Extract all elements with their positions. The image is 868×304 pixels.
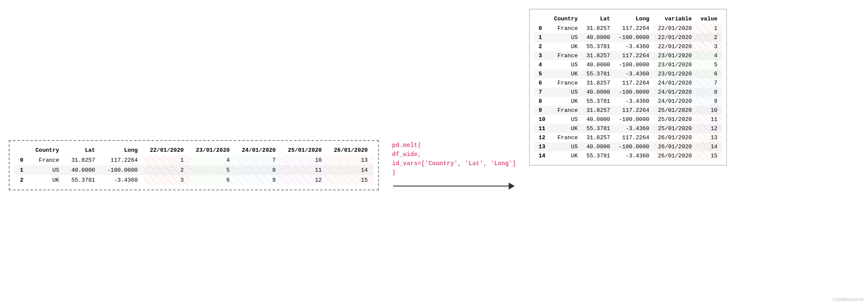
right-value: 1 bbox=[696, 24, 722, 33]
right-lat: 40.0000 bbox=[582, 88, 615, 97]
right-lat: 31.8257 bbox=[582, 78, 615, 88]
right-table-wrapper: Country Lat Long variable value 0 France… bbox=[529, 9, 727, 166]
left-col-d2: 23/01/2020 bbox=[190, 145, 236, 155]
right-lat: 31.8257 bbox=[582, 24, 615, 33]
right-idx: 3 bbox=[534, 51, 550, 60]
right-country: UK bbox=[550, 69, 582, 78]
right-idx: 13 bbox=[534, 142, 550, 151]
main-container: Country Lat Long 22/01/2020 23/01/2020 2… bbox=[0, 0, 868, 304]
right-country: US bbox=[550, 142, 582, 151]
right-long: -100.0000 bbox=[615, 142, 654, 151]
right-long: -100.0000 bbox=[615, 33, 654, 42]
right-idx: 10 bbox=[534, 115, 550, 124]
right-table-row: 12 France 31.8257 117.2264 26/01/2020 13 bbox=[534, 133, 722, 142]
right-lat: 40.0000 bbox=[582, 60, 615, 69]
right-country: US bbox=[550, 60, 582, 69]
right-idx: 4 bbox=[534, 60, 550, 69]
right-table-row: 4 US 40.0000 -100.0000 23/01/2020 5 bbox=[534, 60, 722, 69]
right-value: 12 bbox=[696, 124, 722, 133]
right-long: 117.2264 bbox=[615, 24, 654, 33]
left-long: -100.0000 bbox=[101, 165, 144, 175]
right-col-idx bbox=[534, 14, 550, 24]
right-col-long: Long bbox=[615, 14, 654, 24]
right-country: France bbox=[550, 133, 582, 142]
right-country: UK bbox=[550, 42, 582, 51]
left-d4: 11 bbox=[282, 165, 328, 175]
right-lat: 40.0000 bbox=[582, 142, 615, 151]
right-table-row: 14 UK 55.3781 -3.4360 26/01/2020 15 bbox=[534, 151, 722, 160]
right-value: 15 bbox=[696, 151, 722, 160]
right-variable: 22/01/2020 bbox=[654, 42, 696, 51]
right-table: Country Lat Long variable value 0 France… bbox=[534, 14, 722, 160]
right-value: 3 bbox=[696, 42, 722, 51]
left-d2: 5 bbox=[190, 165, 236, 175]
right-lat: 31.8257 bbox=[582, 106, 615, 115]
left-d1: 1 bbox=[144, 155, 190, 165]
right-value: 7 bbox=[696, 78, 722, 88]
right-table-row: 9 France 31.8257 117.2264 25/01/2020 10 bbox=[534, 106, 722, 115]
left-lat: 40.0000 bbox=[65, 165, 101, 175]
left-col-d1: 22/01/2020 bbox=[144, 145, 190, 155]
right-lat: 40.0000 bbox=[582, 115, 615, 124]
left-col-lat: Lat bbox=[65, 145, 101, 155]
right-long: -100.0000 bbox=[615, 88, 654, 97]
right-country: US bbox=[550, 33, 582, 42]
right-country: US bbox=[550, 115, 582, 124]
right-long: 117.2264 bbox=[615, 106, 654, 115]
right-variable: 22/01/2020 bbox=[654, 24, 696, 33]
right-lat: 55.3781 bbox=[582, 124, 615, 133]
right-table-row: 13 US 40.0000 -100.0000 26/01/2020 14 bbox=[534, 142, 722, 151]
left-d2: 4 bbox=[190, 155, 236, 165]
left-country: UK bbox=[30, 175, 66, 185]
right-long: 117.2264 bbox=[615, 133, 654, 142]
right-long: -100.0000 bbox=[615, 60, 654, 69]
right-col-value: value bbox=[696, 14, 722, 24]
left-d2: 6 bbox=[190, 175, 236, 185]
right-variable: 24/01/2020 bbox=[654, 78, 696, 88]
left-country: US bbox=[30, 165, 66, 175]
right-value: 9 bbox=[696, 97, 722, 106]
right-idx: 11 bbox=[534, 124, 550, 133]
right-table-row: 11 UK 55.3781 -3.4360 25/01/2020 12 bbox=[534, 124, 722, 133]
left-d5: 14 bbox=[328, 165, 374, 175]
left-table-row: 2 UK 55.3781 -3.4360 3 6 9 12 15 bbox=[14, 175, 374, 185]
left-col-d5: 26/01/2020 bbox=[328, 145, 374, 155]
right-country: France bbox=[550, 106, 582, 115]
right-country: France bbox=[550, 24, 582, 33]
left-d5: 13 bbox=[328, 155, 374, 165]
arrow-line bbox=[393, 183, 515, 190]
left-table-row: 1 US 40.0000 -100.0000 2 5 8 11 14 bbox=[14, 165, 374, 175]
left-lat: 55.3781 bbox=[65, 175, 101, 185]
left-idx: 0 bbox=[14, 155, 30, 165]
right-value: 13 bbox=[696, 133, 722, 142]
right-value: 2 bbox=[696, 33, 722, 42]
left-col-idx bbox=[14, 145, 30, 155]
left-table-row: 0 France 31.8257 117.2264 1 4 7 10 13 bbox=[14, 155, 374, 165]
left-d4: 10 bbox=[282, 155, 328, 165]
right-lat: 55.3781 bbox=[582, 151, 615, 160]
right-variable: 22/01/2020 bbox=[654, 33, 696, 42]
right-long: -3.4360 bbox=[615, 69, 654, 78]
right-variable: 25/01/2020 bbox=[654, 124, 696, 133]
right-lat: 31.8257 bbox=[582, 133, 615, 142]
right-table-row: 2 UK 55.3781 -3.4360 22/01/2020 3 bbox=[534, 42, 722, 51]
right-idx: 6 bbox=[534, 78, 550, 88]
code-line4: ) bbox=[392, 168, 516, 177]
code-line1: pd.melt( bbox=[392, 141, 516, 150]
right-idx: 2 bbox=[534, 42, 550, 51]
right-idx: 0 bbox=[534, 24, 550, 33]
left-d3: 9 bbox=[236, 175, 282, 185]
left-col-d3: 24/01/2020 bbox=[236, 145, 282, 155]
left-d3: 8 bbox=[236, 165, 282, 175]
right-long: -100.0000 bbox=[615, 115, 654, 124]
right-idx: 12 bbox=[534, 133, 550, 142]
right-idx: 1 bbox=[534, 33, 550, 42]
right-idx: 7 bbox=[534, 88, 550, 97]
left-idx: 1 bbox=[14, 165, 30, 175]
right-long: -3.4360 bbox=[615, 42, 654, 51]
right-variable: 23/01/2020 bbox=[654, 69, 696, 78]
right-country: US bbox=[550, 88, 582, 97]
right-table-row: 1 US 40.0000 -100.0000 22/01/2020 2 bbox=[534, 33, 722, 42]
right-long: 117.2264 bbox=[615, 78, 654, 88]
right-lat: 55.3781 bbox=[582, 97, 615, 106]
